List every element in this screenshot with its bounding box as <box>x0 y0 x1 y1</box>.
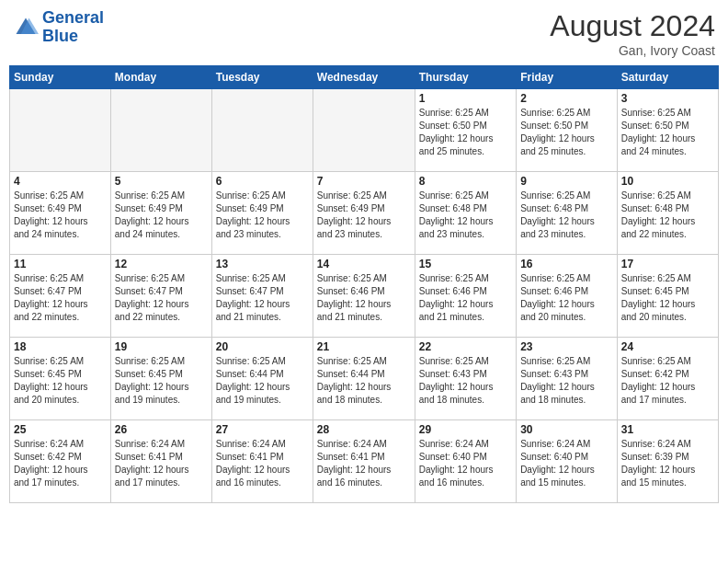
day-number: 8 <box>419 175 512 188</box>
calendar-cell: 28Sunrise: 6:24 AMSunset: 6:41 PMDayligh… <box>313 420 415 503</box>
day-info: Sunrise: 6:25 AMSunset: 6:44 PMDaylight:… <box>317 355 411 407</box>
weekday-header-saturday: Saturday <box>617 66 718 89</box>
calendar-cell: 6Sunrise: 6:25 AMSunset: 6:49 PMDaylight… <box>211 172 313 255</box>
day-number: 14 <box>317 258 411 270</box>
day-number: 18 <box>14 340 107 353</box>
day-info: Sunrise: 6:25 AMSunset: 6:44 PMDaylight:… <box>216 355 309 407</box>
day-info: Sunrise: 6:25 AMSunset: 6:49 PMDaylight:… <box>216 190 309 241</box>
day-info: Sunrise: 6:25 AMSunset: 6:48 PMDaylight:… <box>419 190 512 241</box>
calendar-cell: 14Sunrise: 6:25 AMSunset: 6:46 PMDayligh… <box>313 255 415 338</box>
calendar-cell: 20Sunrise: 6:25 AMSunset: 6:44 PMDayligh… <box>211 338 313 420</box>
day-info: Sunrise: 6:24 AMSunset: 6:40 PMDaylight:… <box>419 438 512 489</box>
day-info: Sunrise: 6:25 AMSunset: 6:42 PMDaylight:… <box>621 355 714 407</box>
day-number: 2 <box>520 92 613 105</box>
day-number: 4 <box>14 175 107 188</box>
logo-line1: General <box>42 8 104 27</box>
logo-line2: Blue <box>42 27 78 45</box>
day-info: Sunrise: 6:25 AMSunset: 6:43 PMDaylight:… <box>520 355 613 407</box>
calendar-cell: 2Sunrise: 6:25 AMSunset: 6:50 PMDaylight… <box>517 89 618 172</box>
calendar-week-row: 4Sunrise: 6:25 AMSunset: 6:49 PMDaylight… <box>10 172 719 255</box>
calendar-week-row: 11Sunrise: 6:25 AMSunset: 6:47 PMDayligh… <box>10 255 719 338</box>
day-number: 22 <box>419 340 512 353</box>
calendar-cell <box>110 89 211 172</box>
logo-text: General Blue <box>42 9 104 46</box>
calendar-cell <box>313 89 415 172</box>
weekday-header-monday: Monday <box>110 66 211 89</box>
calendar-cell: 13Sunrise: 6:25 AMSunset: 6:47 PMDayligh… <box>211 255 313 338</box>
day-number: 9 <box>520 175 613 188</box>
calendar-cell: 31Sunrise: 6:24 AMSunset: 6:39 PMDayligh… <box>617 420 718 503</box>
calendar-cell: 15Sunrise: 6:25 AMSunset: 6:46 PMDayligh… <box>415 255 516 338</box>
calendar-cell: 23Sunrise: 6:25 AMSunset: 6:43 PMDayligh… <box>517 338 618 420</box>
day-number: 10 <box>621 175 714 188</box>
calendar-cell: 8Sunrise: 6:25 AMSunset: 6:48 PMDaylight… <box>415 172 516 255</box>
title-block: August 2024 Gan, Ivory Coast <box>550 9 715 58</box>
day-info: Sunrise: 6:25 AMSunset: 6:49 PMDaylight:… <box>14 190 107 241</box>
day-number: 16 <box>520 258 613 270</box>
calendar-week-row: 25Sunrise: 6:24 AMSunset: 6:42 PMDayligh… <box>10 420 719 503</box>
calendar-cell: 30Sunrise: 6:24 AMSunset: 6:40 PMDayligh… <box>517 420 618 503</box>
logo: General Blue <box>13 9 104 46</box>
calendar-table: SundayMondayTuesdayWednesdayThursdayFrid… <box>9 65 719 503</box>
day-info: Sunrise: 6:25 AMSunset: 6:47 PMDaylight:… <box>216 272 309 324</box>
calendar-cell: 24Sunrise: 6:25 AMSunset: 6:42 PMDayligh… <box>617 338 718 420</box>
calendar-cell: 19Sunrise: 6:25 AMSunset: 6:45 PMDayligh… <box>110 338 211 420</box>
day-number: 31 <box>621 423 714 436</box>
day-info: Sunrise: 6:24 AMSunset: 6:42 PMDaylight:… <box>14 438 107 489</box>
day-number: 5 <box>115 175 208 188</box>
day-info: Sunrise: 6:25 AMSunset: 6:50 PMDaylight:… <box>520 107 613 158</box>
day-info: Sunrise: 6:25 AMSunset: 6:45 PMDaylight:… <box>115 355 208 407</box>
day-info: Sunrise: 6:25 AMSunset: 6:50 PMDaylight:… <box>419 107 512 158</box>
day-number: 6 <box>216 175 309 188</box>
day-info: Sunrise: 6:24 AMSunset: 6:41 PMDaylight:… <box>115 438 208 489</box>
calendar-cell: 29Sunrise: 6:24 AMSunset: 6:40 PMDayligh… <box>415 420 516 503</box>
month-title: August 2024 <box>550 9 715 43</box>
calendar-cell: 5Sunrise: 6:25 AMSunset: 6:49 PMDaylight… <box>110 172 211 255</box>
calendar-cell: 22Sunrise: 6:25 AMSunset: 6:43 PMDayligh… <box>415 338 516 420</box>
calendar-week-row: 18Sunrise: 6:25 AMSunset: 6:45 PMDayligh… <box>10 338 719 420</box>
logo-icon <box>13 15 39 40</box>
calendar-cell: 21Sunrise: 6:25 AMSunset: 6:44 PMDayligh… <box>313 338 415 420</box>
calendar-cell: 4Sunrise: 6:25 AMSunset: 6:49 PMDaylight… <box>10 172 111 255</box>
calendar-cell: 25Sunrise: 6:24 AMSunset: 6:42 PMDayligh… <box>10 420 111 503</box>
day-info: Sunrise: 6:25 AMSunset: 6:47 PMDaylight:… <box>14 272 107 324</box>
calendar-cell <box>10 89 111 172</box>
location: Gan, Ivory Coast <box>550 43 715 58</box>
day-info: Sunrise: 6:25 AMSunset: 6:49 PMDaylight:… <box>317 190 411 241</box>
day-number: 1 <box>419 92 512 105</box>
day-number: 11 <box>14 258 107 270</box>
day-info: Sunrise: 6:24 AMSunset: 6:41 PMDaylight:… <box>216 438 309 489</box>
weekday-header-sunday: Sunday <box>10 66 111 89</box>
weekday-header-tuesday: Tuesday <box>211 66 313 89</box>
day-info: Sunrise: 6:25 AMSunset: 6:45 PMDaylight:… <box>621 272 714 324</box>
day-number: 29 <box>419 423 512 436</box>
calendar-cell: 3Sunrise: 6:25 AMSunset: 6:50 PMDaylight… <box>617 89 718 172</box>
weekday-header-thursday: Thursday <box>415 66 516 89</box>
day-info: Sunrise: 6:25 AMSunset: 6:49 PMDaylight:… <box>115 190 208 241</box>
day-number: 30 <box>520 423 613 436</box>
day-number: 23 <box>520 340 613 353</box>
calendar-cell: 10Sunrise: 6:25 AMSunset: 6:48 PMDayligh… <box>617 172 718 255</box>
day-number: 25 <box>14 423 107 436</box>
day-number: 26 <box>115 423 208 436</box>
day-info: Sunrise: 6:24 AMSunset: 6:39 PMDaylight:… <box>621 438 714 489</box>
day-info: Sunrise: 6:25 AMSunset: 6:46 PMDaylight:… <box>520 272 613 324</box>
day-info: Sunrise: 6:25 AMSunset: 6:46 PMDaylight:… <box>419 272 512 324</box>
day-number: 7 <box>317 175 411 188</box>
calendar-cell: 16Sunrise: 6:25 AMSunset: 6:46 PMDayligh… <box>517 255 618 338</box>
day-number: 3 <box>621 92 714 105</box>
day-info: Sunrise: 6:25 AMSunset: 6:45 PMDaylight:… <box>14 355 107 407</box>
day-number: 28 <box>317 423 411 436</box>
day-number: 27 <box>216 423 309 436</box>
calendar-cell: 26Sunrise: 6:24 AMSunset: 6:41 PMDayligh… <box>110 420 211 503</box>
day-info: Sunrise: 6:25 AMSunset: 6:50 PMDaylight:… <box>621 107 714 158</box>
calendar-cell <box>211 89 313 172</box>
calendar-cell: 11Sunrise: 6:25 AMSunset: 6:47 PMDayligh… <box>10 255 111 338</box>
day-number: 12 <box>115 258 208 270</box>
day-number: 20 <box>216 340 309 353</box>
page-header: General Blue August 2024 Gan, Ivory Coas… <box>9 9 719 58</box>
day-number: 17 <box>621 258 714 270</box>
weekday-header-row: SundayMondayTuesdayWednesdayThursdayFrid… <box>10 66 719 89</box>
calendar-cell: 7Sunrise: 6:25 AMSunset: 6:49 PMDaylight… <box>313 172 415 255</box>
day-info: Sunrise: 6:25 AMSunset: 6:43 PMDaylight:… <box>419 355 512 407</box>
